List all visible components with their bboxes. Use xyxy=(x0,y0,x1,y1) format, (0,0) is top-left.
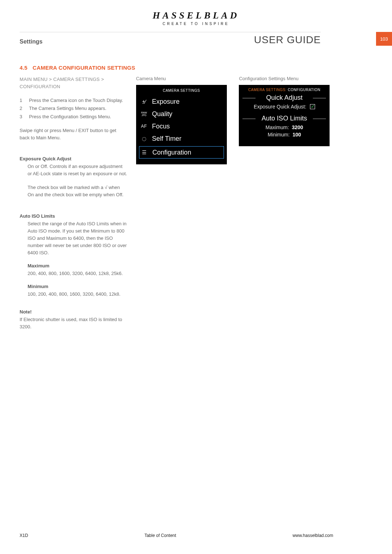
note-body: If Electronic shutter is used, max ISO i… xyxy=(20,316,127,331)
checkbox-checked-icon xyxy=(310,104,315,109)
auto-iso-max-value: 3200 xyxy=(292,124,303,130)
config-menu-title: CAMERA SETTINGS: CONFIGURATION xyxy=(239,88,330,92)
menu-item-label: Focus xyxy=(152,123,170,130)
auto-iso-min-value: 100 xyxy=(293,132,301,138)
sliders-icon: ☰ xyxy=(140,149,149,155)
auto-iso-min-row[interactable]: Minimum: 100 xyxy=(239,132,330,138)
step-item: 2The Camera Settings Menu appears. xyxy=(20,105,127,112)
page-number-badge: 103 xyxy=(376,32,392,46)
af-icon: AF xyxy=(140,124,148,129)
ail-max-heading: Maximum xyxy=(28,263,127,268)
self-timer-icon: ◌ xyxy=(140,136,148,141)
menu-item-quality[interactable]: RAW JPG Quality xyxy=(136,108,227,120)
camera-menu-caption: Camera Menu xyxy=(136,76,230,81)
auto-iso-min-label: Minimum: xyxy=(268,132,290,138)
section-label: Settings xyxy=(20,38,42,45)
footer-toc[interactable]: Table of Content xyxy=(144,533,176,538)
steps-list: 1Press the Camera icon on the Touch Disp… xyxy=(20,97,127,120)
step-text: Press the Configuration Settings Menu. xyxy=(29,113,127,120)
section-number: 4.5 xyxy=(20,65,28,71)
footer-url[interactable]: www.hasselblad.com xyxy=(293,533,333,538)
menu-item-self-timer[interactable]: ◌ Self Timer xyxy=(136,132,227,145)
step-item: 3Press the Configuration Settings Menu. xyxy=(20,113,127,120)
header-rule xyxy=(20,32,321,32)
menu-item-exposure[interactable]: ±⁄ Exposure xyxy=(136,95,227,108)
step-item: 1Press the Camera icon on the Touch Disp… xyxy=(20,97,127,104)
brand-tagline: CREATE TO INSPIRE xyxy=(0,22,392,26)
ail-min-values: 100, 200, 400, 800, 1600, 3200, 6400, 12… xyxy=(28,291,127,298)
auto-iso-max-label: Maximum: xyxy=(266,124,289,130)
eqa-desc-1: On or Off. Controls if an exposure adjus… xyxy=(28,163,127,177)
raw-jpg-icon: RAW JPG xyxy=(140,111,148,116)
ail-min-heading: Minimum xyxy=(28,284,127,289)
config-menu-title-suffix: CONFIGURATION xyxy=(288,88,320,92)
ail-desc: Select the range of the Auto ISO Limits … xyxy=(28,220,127,257)
note-heading: Note! xyxy=(20,309,127,315)
menu-item-configuration[interactable]: ☰ Configuration xyxy=(139,146,224,159)
eqa-heading: Exposure Quick Adjust xyxy=(20,156,127,161)
step-number: 2 xyxy=(20,105,24,112)
step-number: 1 xyxy=(20,97,24,104)
step-text: The Camera Settings Menu appears. xyxy=(29,105,127,112)
brand-wordmark: HASSELBLAD xyxy=(0,10,392,21)
camera-menu-screenshot: CAMERA SETTINGS ±⁄ Exposure RAW JPG Qual… xyxy=(136,85,227,164)
auto-iso-group-title: Auto ISO Limits xyxy=(239,115,330,122)
breadcrumb: MAIN MENU > CAMERA SETTINGS > CONFIGURAT… xyxy=(20,76,127,90)
auto-iso-max-row[interactable]: Maximum: 3200 xyxy=(239,124,330,130)
config-menu-caption: Configuration Settings Menu xyxy=(239,76,333,81)
config-menu-title-prefix: CAMERA SETTINGS: xyxy=(248,88,287,92)
section-title: CAMERA CONFIGURATION SETTINGS xyxy=(33,65,135,71)
ail-max-values: 200, 400, 800, 1600, 3200, 6400, 12k8, 2… xyxy=(28,270,127,277)
doc-type-label: USER GUIDE xyxy=(254,34,321,46)
menu-item-label: Quality xyxy=(152,110,172,118)
menu-item-label: Configuration xyxy=(152,149,191,156)
step-number: 3 xyxy=(20,113,24,120)
step-text: Press the Camera icon on the Touch Displ… xyxy=(29,97,127,104)
footer-model: X1D xyxy=(20,533,28,538)
eqa-toggle-row[interactable]: Exposure Quick Adjust: xyxy=(239,104,330,110)
camera-menu-title: CAMERA SETTINGS xyxy=(136,89,227,93)
menu-item-label: Self Timer xyxy=(152,135,181,143)
eqa-toggle-label: Exposure Quick Adjust: xyxy=(254,104,306,110)
section-heading: 4.5CAMERA CONFIGURATION SETTINGS xyxy=(20,65,333,71)
ail-heading: Auto ISO Limits xyxy=(20,213,127,219)
config-menu-screenshot: CAMERA SETTINGS: CONFIGURATION Quick Adj… xyxy=(239,85,330,146)
eqa-desc-2: The check box will be marked with a √ wh… xyxy=(28,184,127,198)
menu-item-focus[interactable]: AF Focus xyxy=(136,120,227,132)
quick-adjust-group-title: Quick Adjust xyxy=(239,94,330,102)
menu-item-label: Exposure xyxy=(152,98,180,106)
swipe-note: Swipe right or press Menu / EXIT button … xyxy=(20,127,127,141)
exposure-comp-icon: ±⁄ xyxy=(140,99,148,104)
